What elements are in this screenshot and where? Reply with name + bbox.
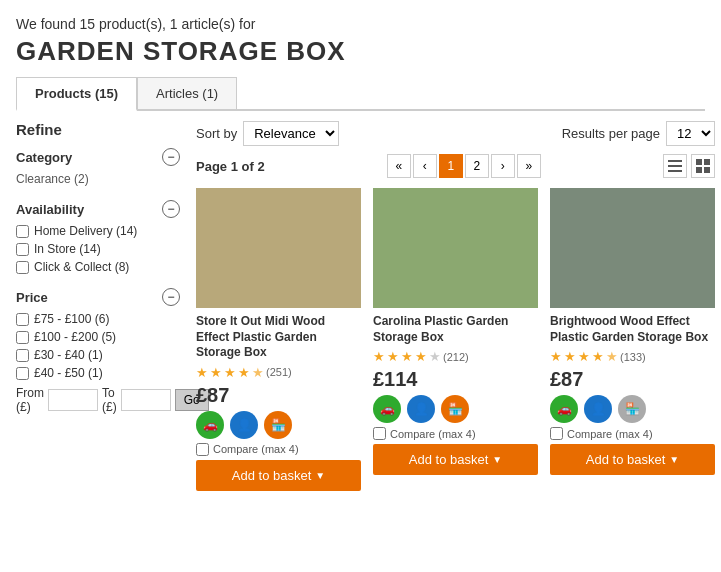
filter-availability: Availability − Home Delivery (14) In Sto… — [16, 200, 180, 274]
product-name-2: Brightwood Wood Effect Plastic Garden St… — [550, 314, 715, 345]
results-per-page-select[interactable]: 12 — [666, 121, 715, 146]
main-layout: Refine Category − Clearance (2) Availabi… — [0, 111, 721, 501]
sidebar: Refine Category − Clearance (2) Availabi… — [16, 121, 196, 491]
compare-label-1: Compare (max 4) — [390, 428, 476, 440]
price-from-input[interactable] — [48, 389, 98, 411]
price-75-100[interactable]: £75 - £100 (6) — [16, 312, 180, 326]
page-1-btn[interactable]: 1 — [439, 154, 463, 178]
svg-rect-2 — [668, 170, 682, 172]
page-prev-btn[interactable]: ‹ — [413, 154, 437, 178]
avail-in-store[interactable]: In Store (14) — [16, 242, 180, 256]
compare-row-1[interactable]: Compare (max 4) — [373, 427, 538, 440]
add-btn-chevron-2: ▼ — [669, 454, 679, 465]
svg-rect-4 — [704, 159, 710, 165]
avail-in-store-checkbox[interactable] — [16, 243, 29, 256]
category-title: Category − — [16, 148, 180, 166]
delivery-icon-0-0: 🚗 — [196, 411, 224, 439]
product-name-1: Carolina Plastic Garden Storage Box — [373, 314, 538, 345]
price-to-label: To (£) — [102, 386, 117, 414]
sort-bar: Sort by Relevance Results per page 12 — [196, 121, 715, 146]
results-per-page-label: Results per page — [562, 126, 660, 141]
product-card-0: Store It Out Midi Wood Effect Plastic Ga… — [196, 188, 361, 491]
price-40-50[interactable]: £40 - £50 (1) — [16, 366, 180, 380]
availability-title: Availability − — [16, 200, 180, 218]
add-to-basket-btn-0[interactable]: Add to basket ▼ — [196, 460, 361, 491]
delivery-icon-1-0: 🚗 — [373, 395, 401, 423]
page-next-btn[interactable]: › — [491, 154, 515, 178]
product-name-0: Store It Out Midi Wood Effect Plastic Ga… — [196, 314, 361, 361]
pagination-controls: « ‹ 1 2 › » — [387, 154, 541, 178]
tab-articles[interactable]: Articles (1) — [137, 77, 237, 109]
delivery-icons-2: 🚗👤🏪 — [550, 395, 715, 423]
review-count-1: (212) — [443, 351, 469, 363]
product-stars-0: ★★★★★(251) — [196, 365, 361, 380]
compare-checkbox-1[interactable] — [373, 427, 386, 440]
product-card-2: Brightwood Wood Effect Plastic Garden St… — [550, 188, 715, 491]
add-btn-chevron-1: ▼ — [492, 454, 502, 465]
svg-rect-1 — [668, 165, 682, 167]
compare-row-2[interactable]: Compare (max 4) — [550, 427, 715, 440]
price-100-200[interactable]: £100 - £200 (5) — [16, 330, 180, 344]
category-item-clearance: Clearance (2) — [16, 172, 180, 186]
avail-click-collect[interactable]: Click & Collect (8) — [16, 260, 180, 274]
page-last-btn[interactable]: » — [517, 154, 541, 178]
delivery-icon-1-1: 👤 — [407, 395, 435, 423]
page-info: Page 1 of 2 — [196, 159, 265, 174]
svg-rect-3 — [696, 159, 702, 165]
product-image-1 — [373, 188, 538, 308]
compare-checkbox-2[interactable] — [550, 427, 563, 440]
page-first-btn[interactable]: « — [387, 154, 411, 178]
svg-rect-0 — [668, 160, 682, 162]
list-view-icon[interactable] — [663, 154, 687, 178]
price-from-label: From (£) — [16, 386, 44, 414]
price-40-50-checkbox[interactable] — [16, 367, 29, 380]
price-title: Price − — [16, 288, 180, 306]
found-text: We found 15 product(s), 1 article(s) for — [16, 16, 705, 32]
search-title: GARDEN STORAGE BOX — [16, 36, 705, 67]
price-30-40[interactable]: £30 - £40 (1) — [16, 348, 180, 362]
price-100-200-checkbox[interactable] — [16, 331, 29, 344]
price-to-input[interactable] — [121, 389, 171, 411]
compare-label-2: Compare (max 4) — [567, 428, 653, 440]
delivery-icon-2-1: 👤 — [584, 395, 612, 423]
avail-click-collect-checkbox[interactable] — [16, 261, 29, 274]
sort-right: Results per page 12 — [562, 121, 715, 146]
delivery-icon-0-1: 👤 — [230, 411, 258, 439]
products-grid: Store It Out Midi Wood Effect Plastic Ga… — [196, 188, 715, 491]
compare-label-0: Compare (max 4) — [213, 443, 299, 455]
tab-products[interactable]: Products (15) — [16, 77, 137, 111]
product-stars-1: ★★★★★(212) — [373, 349, 538, 364]
product-stars-2: ★★★★★(133) — [550, 349, 715, 364]
delivery-icons-1: 🚗👤🏪 — [373, 395, 538, 423]
tabs-bar: Products (15) Articles (1) — [16, 77, 705, 111]
product-price-0: £87 — [196, 384, 361, 407]
price-75-100-checkbox[interactable] — [16, 313, 29, 326]
refine-title: Refine — [16, 121, 180, 138]
compare-row-0[interactable]: Compare (max 4) — [196, 443, 361, 456]
page-2-btn[interactable]: 2 — [465, 154, 489, 178]
filter-category: Category − Clearance (2) — [16, 148, 180, 186]
svg-rect-6 — [704, 167, 710, 173]
add-btn-chevron-0: ▼ — [315, 470, 325, 481]
sort-select[interactable]: Relevance — [243, 121, 339, 146]
sort-by-label: Sort by — [196, 126, 237, 141]
grid-view-icon[interactable] — [691, 154, 715, 178]
review-count-0: (251) — [266, 366, 292, 378]
category-collapse-btn[interactable]: − — [162, 148, 180, 166]
product-image-0 — [196, 188, 361, 308]
header-section: We found 15 product(s), 1 article(s) for… — [0, 0, 721, 77]
compare-checkbox-0[interactable] — [196, 443, 209, 456]
delivery-icons-0: 🚗👤🏪 — [196, 411, 361, 439]
pagination-bar: Page 1 of 2 « ‹ 1 2 › » — [196, 154, 715, 178]
delivery-icon-0-2: 🏪 — [264, 411, 292, 439]
price-collapse-btn[interactable]: − — [162, 288, 180, 306]
avail-home-delivery[interactable]: Home Delivery (14) — [16, 224, 180, 238]
add-to-basket-btn-1[interactable]: Add to basket ▼ — [373, 444, 538, 475]
avail-home-delivery-checkbox[interactable] — [16, 225, 29, 238]
filter-price: Price − £75 - £100 (6) £100 - £200 (5) £… — [16, 288, 180, 414]
add-to-basket-btn-2[interactable]: Add to basket ▼ — [550, 444, 715, 475]
sort-left: Sort by Relevance — [196, 121, 339, 146]
view-icons — [663, 154, 715, 178]
availability-collapse-btn[interactable]: − — [162, 200, 180, 218]
price-30-40-checkbox[interactable] — [16, 349, 29, 362]
